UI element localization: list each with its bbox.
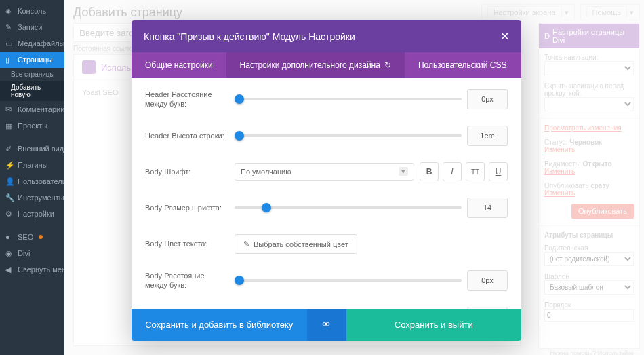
project-icon: ▦ <box>5 122 14 130</box>
save-to-library-button[interactable]: Сохранить и добавить в библиотеку <box>132 309 307 341</box>
underline-button[interactable]: U <box>489 162 508 181</box>
tool-icon: 🔧 <box>5 193 14 202</box>
comment-icon: ✉ <box>5 105 14 113</box>
close-icon[interactable]: ✕ <box>500 30 509 43</box>
body-font-select[interactable]: По умолчанию <box>235 163 414 181</box>
module-settings-modal: Кнопка "Призыв к действию" Модуль Настро… <box>132 20 521 341</box>
field-header-letter-spacing: Header Расстояние между букв: 0px <box>145 89 508 109</box>
save-exit-button[interactable]: Сохранить и выйти <box>346 309 522 341</box>
sidebar-item-collapse[interactable]: ◀Свернуть меню <box>0 261 64 278</box>
sidebar-item-media[interactable]: ▭Медиафайлы <box>0 35 64 52</box>
pin-icon: ✎ <box>5 23 14 31</box>
sidebar-sub-all-pages[interactable]: Все страницы <box>0 68 64 81</box>
eye-icon: 👁 <box>322 320 331 330</box>
field-header-line-height: Header Высота строки: 1em <box>145 126 508 146</box>
sidebar-item-pages[interactable]: ▯Страницы <box>0 52 64 68</box>
preview-button[interactable]: 👁 <box>307 309 346 341</box>
sidebar-item-settings[interactable]: ⚙Настройки <box>0 206 64 222</box>
page-icon: ▯ <box>5 56 14 64</box>
header-line-height-value[interactable]: 1em <box>467 126 508 146</box>
modal-title-text: Кнопка "Призыв к действию" Модуль Настро… <box>144 31 355 42</box>
bold-button[interactable]: B <box>420 162 439 181</box>
collapse-icon: ◀ <box>5 265 14 274</box>
gear-icon: ⚙ <box>5 210 14 218</box>
sidebar-item-projects[interactable]: ▦Проекты <box>0 117 64 134</box>
seo-icon: ● <box>5 233 14 241</box>
sidebar-item-posts[interactable]: ✎Записи <box>0 19 64 35</box>
plugin-icon: ⚡ <box>5 161 14 169</box>
field-body-letter-spacing: Body Расстояние между букв: 0px <box>145 270 508 291</box>
tab-css[interactable]: Пользовательский CSS <box>405 52 521 78</box>
user-icon: 👤 <box>5 177 14 185</box>
admin-sidebar: ◈Консоль ✎Записи ▭Медиафайлы ▯Страницы В… <box>0 0 64 355</box>
uppercase-button[interactable]: TT <box>466 162 485 181</box>
sidebar-item-users[interactable]: 👤Пользователи <box>0 173 64 189</box>
field-body-size: Body Размер шрифта: 14 <box>145 198 508 218</box>
sidebar-item-tools[interactable]: 🔧Инструменты <box>0 189 64 206</box>
sidebar-item-console[interactable]: ◈Консоль <box>0 3 64 19</box>
badge-icon <box>39 235 43 239</box>
sidebar-item-divi[interactable]: ◉Divi <box>0 245 64 261</box>
sidebar-item-plugins[interactable]: ⚡Плагины <box>0 157 64 173</box>
header-letter-spacing-value[interactable]: 0px <box>467 89 508 109</box>
modal-body: Header Расстояние между букв: 0px Header… <box>132 78 521 309</box>
field-body-font: Body Шрифт: По умолчанию B I TT U <box>145 162 508 181</box>
divi-icon: ◉ <box>5 249 14 257</box>
field-body-color: Body Цвет текста: ✎Выбрать собственный ц… <box>145 234 508 254</box>
sidebar-item-comments[interactable]: ✉Комментарии <box>0 101 64 117</box>
modal-titlebar: Кнопка "Призыв к действию" Модуль Настро… <box>132 20 521 52</box>
header-line-height-slider[interactable] <box>235 134 462 137</box>
modal-tabs: Общие настройки Настройки дополнительног… <box>132 52 521 78</box>
dashboard-icon: ◈ <box>5 7 14 15</box>
media-icon: ▭ <box>5 39 14 48</box>
body-size-slider[interactable] <box>235 206 462 209</box>
tab-general[interactable]: Общие настройки <box>132 52 226 78</box>
italic-button[interactable]: I <box>443 162 462 181</box>
pencil-icon: ✎ <box>243 240 249 248</box>
color-picker-button[interactable]: ✎Выбрать собственный цвет <box>235 234 357 254</box>
sidebar-item-appearance[interactable]: ✐Внешний вид <box>0 141 64 157</box>
body-size-value[interactable]: 14 <box>467 198 508 218</box>
sidebar-item-seo[interactable]: ●SEO <box>0 229 64 245</box>
body-letter-spacing-value[interactable]: 0px <box>467 270 508 291</box>
header-letter-spacing-slider[interactable] <box>235 98 462 100</box>
body-letter-spacing-slider[interactable] <box>235 279 462 282</box>
refresh-icon: ↻ <box>384 60 391 70</box>
sidebar-sub-add-new[interactable]: Добавить новую <box>0 81 64 101</box>
tab-design[interactable]: Настройки дополнительного дизайна↻ <box>226 52 405 78</box>
brush-icon: ✐ <box>5 145 14 153</box>
modal-footer: Сохранить и добавить в библиотеку 👁 Сохр… <box>132 309 521 341</box>
